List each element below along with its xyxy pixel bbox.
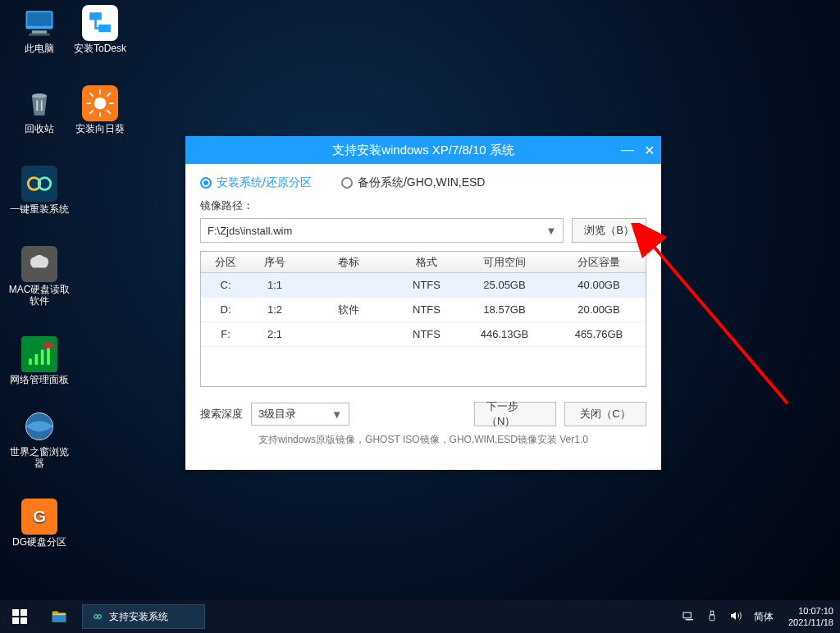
desktop-icon-todesk[interactable]: 安装ToDesk bbox=[69, 5, 131, 54]
installer-window: 支持安装windows XP/7/8/10 系统 — ✕ 安装系统/还原分区 备… bbox=[185, 136, 661, 470]
svg-rect-31 bbox=[12, 617, 19, 624]
desktop-icon-this-pc[interactable]: 此电脑 bbox=[8, 5, 71, 54]
svg-rect-3 bbox=[29, 34, 50, 36]
tray-usb-icon[interactable] bbox=[706, 609, 718, 625]
tray-volume-icon[interactable] bbox=[729, 609, 742, 625]
svg-rect-7 bbox=[36, 100, 38, 111]
svg-line-15 bbox=[107, 110, 111, 114]
dropdown-arrow-icon: ▼ bbox=[546, 225, 556, 237]
desktop-icon-reinstall[interactable]: 一键重装系统 bbox=[8, 166, 71, 215]
svg-rect-41 bbox=[710, 611, 714, 615]
svg-rect-20 bbox=[29, 359, 32, 365]
desktop-icon-recycle-bin[interactable]: 回收站 bbox=[8, 85, 71, 134]
svg-rect-1 bbox=[27, 12, 51, 26]
radio-backup[interactable]: 备份系统/GHO,WIN,ESD bbox=[341, 175, 486, 190]
taskbar: 支持安装系统 简体 10:07:10 2021/11/18 bbox=[0, 600, 840, 633]
svg-rect-29 bbox=[12, 609, 19, 616]
desktop-icon-theworld-browser[interactable]: 世界之窗浏览器 bbox=[8, 408, 71, 469]
image-path-combobox[interactable]: F:\Zjds\install.wim ▼ bbox=[200, 218, 564, 243]
svg-rect-35 bbox=[52, 615, 66, 622]
table-header-row: 分区 序号 卷标 格式 可用空间 分区容量 bbox=[201, 252, 646, 273]
svg-rect-30 bbox=[21, 609, 27, 616]
search-depth-select[interactable]: 3级目录 ▼ bbox=[251, 403, 349, 426]
desktop-icon-mac-disk[interactable]: MAC硬盘读取软件 bbox=[8, 246, 71, 307]
taskbar-pin-explorer[interactable] bbox=[39, 600, 79, 633]
svg-rect-40 bbox=[686, 619, 693, 620]
svg-point-9 bbox=[94, 98, 107, 110]
status-text: 支持windows原版镜像，GHOST ISO镜像，GHO,WIM,ESD镜像安… bbox=[200, 426, 646, 447]
svg-rect-4 bbox=[89, 12, 102, 20]
close-window-button[interactable]: 关闭（C） bbox=[564, 402, 646, 426]
next-button[interactable]: 下一步（N） bbox=[474, 402, 556, 426]
table-row[interactable]: C: 1:1 NTFS 25.05GB 40.00GB bbox=[201, 273, 646, 298]
svg-rect-32 bbox=[21, 617, 27, 624]
close-button[interactable]: ✕ bbox=[641, 143, 656, 157]
partition-table: 分区 序号 卷标 格式 可用空间 分区容量 C: 1:1 NTFS 25.05G… bbox=[200, 251, 646, 387]
svg-rect-24 bbox=[44, 342, 53, 348]
image-path-label: 镜像路径： bbox=[200, 198, 646, 213]
window-title: 支持安装windows XP/7/8/10 系统 bbox=[332, 143, 514, 158]
desktop-icon-netmgr[interactable]: 网络管理面板 bbox=[8, 336, 71, 385]
svg-line-14 bbox=[89, 93, 94, 97]
svg-rect-39 bbox=[683, 613, 691, 618]
table-row[interactable]: F: 2:1 NTFS 446.13GB 465.76GB bbox=[201, 322, 646, 347]
table-row[interactable]: D: 1:2 软件 NTFS 18.57GB 20.00GB bbox=[201, 298, 646, 322]
search-depth-label: 搜索深度 bbox=[200, 407, 243, 421]
desktop-icon-sunlogin[interactable]: 安装向日葵 bbox=[69, 85, 131, 134]
dropdown-arrow-icon: ▼ bbox=[331, 408, 342, 421]
svg-point-6 bbox=[32, 93, 47, 98]
svg-text:G: G bbox=[33, 508, 46, 526]
minimize-button[interactable]: — bbox=[620, 143, 635, 157]
start-button[interactable] bbox=[0, 600, 39, 633]
system-tray: 简体 bbox=[673, 609, 782, 625]
svg-rect-22 bbox=[41, 350, 44, 365]
svg-line-16 bbox=[89, 110, 94, 114]
taskbar-task-installer[interactable]: 支持安装系统 bbox=[82, 604, 205, 629]
radio-install-restore[interactable]: 安装系统/还原分区 bbox=[200, 175, 312, 190]
radio-dot-icon bbox=[341, 177, 353, 189]
tray-ime[interactable]: 简体 bbox=[754, 610, 774, 624]
svg-rect-34 bbox=[52, 612, 58, 615]
browse-button[interactable]: 浏览（B） bbox=[572, 218, 646, 243]
titlebar: 支持安装windows XP/7/8/10 系统 — ✕ bbox=[185, 136, 661, 164]
svg-line-17 bbox=[107, 93, 111, 97]
svg-rect-2 bbox=[32, 30, 47, 34]
desktop-icon-diskgenius[interactable]: G DG硬盘分区 bbox=[8, 499, 71, 548]
radio-dot-icon bbox=[200, 177, 212, 189]
svg-rect-21 bbox=[35, 354, 39, 365]
taskbar-clock[interactable]: 10:07:10 2021/11/18 bbox=[782, 605, 840, 628]
svg-rect-8 bbox=[41, 100, 43, 111]
svg-rect-42 bbox=[710, 614, 714, 620]
tray-network-icon[interactable] bbox=[682, 609, 695, 625]
